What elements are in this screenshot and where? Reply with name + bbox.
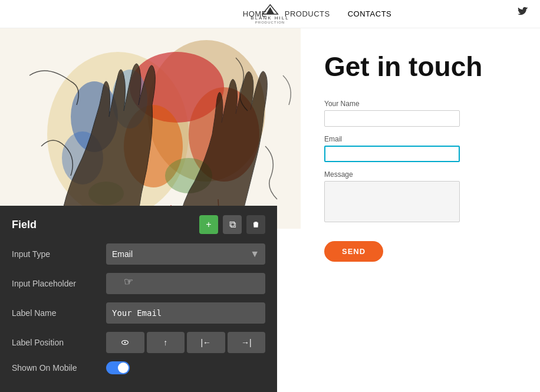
input-type-label: Input Type [12, 249, 106, 259]
input-type-select-wrapper: Text Email Number Phone Textarea ▼ [106, 243, 265, 265]
form-title: Get in touch [324, 52, 516, 82]
position-eye-button[interactable] [106, 332, 144, 353]
toggle-slider [106, 361, 130, 374]
form-label-name: Your Name [324, 100, 516, 108]
twitter-icon[interactable] [518, 7, 528, 21]
toggle-wrapper [106, 361, 130, 374]
form-area: Get in touch Your Name Email Message SEN… [301, 28, 540, 392]
input-type-select[interactable]: Text Email Number Phone Textarea [106, 243, 265, 265]
panel-header-actions: + ⧉ [199, 215, 265, 234]
form-group-email: Email [324, 135, 516, 162]
form-textarea-message[interactable] [324, 181, 460, 222]
image-area: Field + ⧉ Input Type Text Email Number [0, 28, 301, 392]
position-right-button[interactable]: →| [228, 332, 266, 353]
label-position-label: Label Position [12, 338, 106, 347]
label-name-field[interactable] [106, 302, 265, 324]
delete-icon [252, 220, 260, 229]
logo-sub: PRODUCTION [255, 21, 285, 24]
position-up-button[interactable]: ↑ [147, 332, 185, 353]
delete-field-button[interactable] [246, 215, 265, 234]
input-placeholder-field[interactable] [106, 273, 265, 294]
label-name-label: Label Name [12, 308, 106, 318]
nav-links: HOME PRODUCTS CONTACTS [243, 9, 392, 18]
form-label-message: Message [324, 170, 516, 179]
form-input-name[interactable] [324, 110, 460, 127]
svg-point-14 [124, 342, 126, 344]
send-button[interactable]: SEND [324, 241, 383, 262]
input-placeholder-row: Input Placeholder ☞ [12, 273, 265, 294]
nav-products[interactable]: PRODUCTS [285, 9, 330, 18]
shown-on-mobile-row: Shown On Mobile [12, 361, 265, 374]
nav-contacts[interactable]: CONTACTS [348, 9, 392, 18]
main-area: Field + ⧉ Input Type Text Email Number [0, 28, 540, 392]
artwork [0, 28, 301, 229]
label-name-row: Label Name [12, 302, 265, 324]
mobile-toggle[interactable] [106, 361, 130, 374]
navbar: BLANK HILL PRODUCTION HOME PRODUCTS CONT… [0, 0, 540, 28]
eye-icon [120, 338, 130, 347]
form-input-email[interactable] [324, 146, 460, 162]
field-panel: Field + ⧉ Input Type Text Email Number [0, 206, 277, 392]
label-position-row: Label Position ↑ |← →| [12, 332, 265, 353]
form-group-message: Message [324, 170, 516, 225]
panel-header: Field + ⧉ [12, 215, 265, 234]
add-field-button[interactable]: + [199, 215, 218, 234]
input-placeholder-wrapper: ☞ [106, 273, 265, 294]
form-group-name: Your Name [324, 100, 516, 127]
form-label-email: Email [324, 135, 516, 143]
input-placeholder-label: Input Placeholder [12, 279, 106, 288]
position-left-button[interactable]: |← [187, 332, 225, 353]
shown-on-mobile-label: Shown On Mobile [12, 363, 106, 373]
artwork-svg [0, 28, 301, 229]
position-buttons: ↑ |← →| [106, 332, 265, 353]
panel-title: Field [12, 219, 37, 231]
input-type-row: Input Type Text Email Number Phone Texta… [12, 243, 265, 265]
nav-home[interactable]: HOME [243, 9, 267, 18]
copy-field-button[interactable]: ⧉ [223, 215, 242, 234]
